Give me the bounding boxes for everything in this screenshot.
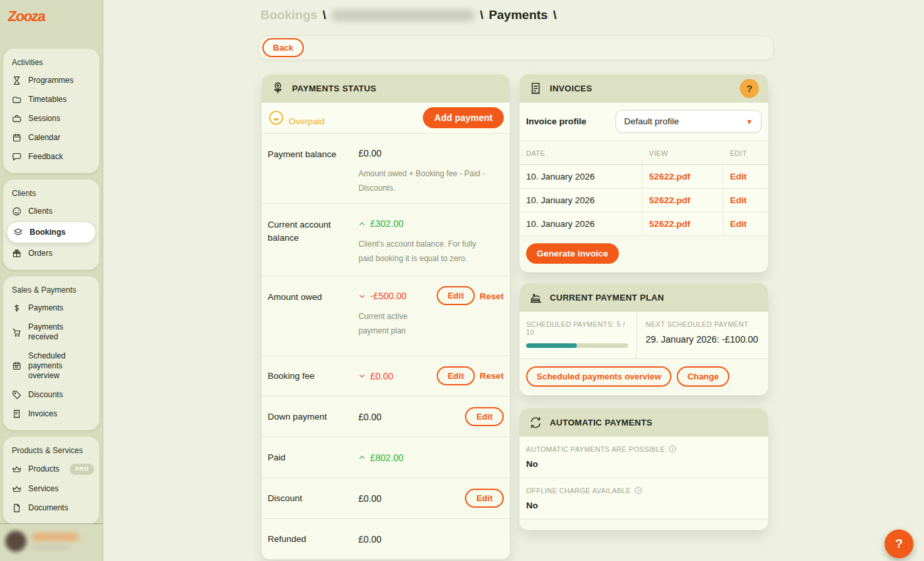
status-badge: Overpaid — [268, 109, 423, 126]
sidebar-item-label: Payments — [28, 303, 94, 313]
reset-booking-fee-link[interactable]: Reset — [479, 371, 504, 381]
briefcase-icon — [12, 114, 22, 124]
sidebar-item-scheduled-payments-overview[interactable]: Scheduled payments overview — [3, 347, 99, 385]
crown-icon — [12, 464, 22, 474]
row-value: £802.00 — [370, 452, 404, 463]
reset-amount-owed-link[interactable]: Reset — [479, 291, 504, 301]
sidebar-item-clients[interactable]: Clients — [3, 202, 99, 221]
sidebar-item-label: Payments received — [28, 322, 94, 342]
row-down-payment: Down payment £0.00 Edit — [262, 397, 510, 437]
tag-icon — [12, 390, 22, 400]
panel-title: CURRENT PAYMENT PLAN — [550, 293, 759, 303]
scheduled-payments-cell: SCHEDULED PAYMENTS: 5 / 10 — [520, 312, 637, 358]
avatar — [5, 531, 26, 552]
sidebar-item-bookings[interactable]: Bookings — [7, 222, 95, 243]
sidebar-item-products[interactable]: Products PRO — [3, 459, 99, 479]
breadcrumb: Bookings \ \ Payments \ — [260, 8, 556, 22]
file-icon — [12, 503, 22, 513]
row-label: Booking fee — [268, 356, 358, 396]
info-icon[interactable] — [668, 445, 677, 453]
trend-down-icon — [358, 372, 366, 379]
sidebar-item-timetables[interactable]: Timetables — [3, 90, 99, 109]
column-header-edit: EDIT — [723, 141, 768, 165]
cycle-icon — [529, 416, 543, 429]
sidebar-item-programmes[interactable]: Programmes — [3, 71, 99, 90]
crown-icon — [12, 484, 22, 494]
invoice-edit-link[interactable]: Edit — [730, 172, 747, 182]
sidebar-item-services[interactable]: Services — [3, 479, 99, 499]
invoices-help-button[interactable]: ? — [740, 79, 759, 98]
generate-invoice-button[interactable]: Generate invoice — [526, 243, 619, 264]
scheduled-payments-label: SCHEDULED PAYMENTS: 5 / 10 — [526, 320, 628, 336]
row-label: Paid — [268, 437, 358, 477]
help-fab-button[interactable]: ? — [885, 529, 913, 558]
invoice-edit-link[interactable]: Edit — [730, 219, 747, 229]
invoice-edit-link[interactable]: Edit — [730, 195, 747, 205]
invoice-date: 10. January 2026 — [520, 189, 643, 212]
user-role-redacted — [32, 545, 70, 550]
app-logo[interactable]: Zooza — [0, 0, 103, 29]
cart-icon — [12, 328, 22, 337]
back-toolbar: Back — [258, 36, 773, 60]
scheduled-payments-overview-button[interactable]: Scheduled payments overview — [526, 366, 671, 387]
sidebar-item-calendar[interactable]: Calendar — [3, 128, 99, 147]
edit-down-payment-button[interactable]: Edit — [465, 407, 504, 426]
row-value: £302.00 — [370, 218, 404, 229]
row-description: Current active payment plan — [358, 309, 432, 338]
breadcrumb-payments: Payments — [489, 8, 548, 22]
sidebar-item-payments-received[interactable]: Payments received — [3, 318, 99, 347]
receipt-icon — [529, 82, 543, 95]
back-button[interactable]: Back — [262, 38, 304, 57]
trend-up-icon — [358, 454, 366, 461]
current-payment-plan-panel: CURRENT PAYMENT PLAN SCHEDULED PAYMENTS:… — [520, 283, 768, 395]
edit-amount-owed-button[interactable]: Edit — [437, 286, 475, 305]
calendar-icon — [12, 361, 22, 371]
sidebar-item-feedback[interactable]: Feedback — [3, 147, 99, 166]
sidebar-item-discounts[interactable]: Discounts — [3, 385, 99, 404]
pro-badge: PRO — [70, 464, 94, 475]
payments-status-panel: PAYMENTS STATUS Overpaid Add payment Pay… — [262, 74, 510, 560]
main-content: Bookings \ \ Payments \ Back PAYMENTS ST… — [103, 0, 924, 561]
sidebar-item-invoices[interactable]: Invoices — [3, 404, 99, 424]
invoices-table: DATE VIEW EDIT 10. January 2026 52622.pd… — [520, 141, 768, 236]
invoice-pdf-link[interactable]: 52622.pdf — [649, 219, 690, 229]
edit-discount-button[interactable]: Edit — [465, 489, 504, 508]
sidebar-item-label: Timetables — [28, 95, 94, 105]
nav-group-title: Sales & Payments — [3, 281, 99, 299]
automatic-payments-possible-label: AUTOMATIC PAYMENTS ARE POSSIBLE — [526, 445, 665, 453]
automatic-payments-header: AUTOMATIC PAYMENTS — [520, 408, 768, 437]
trend-down-icon — [358, 293, 366, 300]
sidebar-item-label: Services — [28, 484, 94, 494]
payment-plan-header: CURRENT PAYMENT PLAN — [520, 283, 768, 312]
layers-icon — [13, 228, 23, 237]
user-account[interactable] — [0, 524, 103, 561]
sidebar-item-payments[interactable]: Payments — [3, 299, 99, 318]
invoice-pdf-link[interactable]: 52622.pdf — [649, 172, 690, 182]
edit-booking-fee-button[interactable]: Edit — [437, 366, 475, 385]
offline-charge-available-value: No — [526, 500, 762, 510]
offline-charge-available-label: OFFLINE CHARGE AVAILABLE — [526, 487, 631, 495]
progress-fill — [526, 343, 577, 348]
sidebar-item-sessions[interactable]: Sessions — [3, 109, 99, 128]
sidebar-item-orders[interactable]: Orders — [3, 244, 99, 263]
sidebar-item-label: Documents — [28, 503, 94, 513]
sidebar-item-documents[interactable]: Documents — [3, 499, 99, 518]
row-description: Amount owed + Booking fee - Paid - Disco… — [358, 166, 487, 195]
automatic-payments-panel: AUTOMATIC PAYMENTS AUTOMATIC PAYMENTS AR… — [520, 408, 768, 530]
next-payment-label: NEXT SCHEDULED PAYMENT — [646, 320, 760, 328]
breadcrumb-bookings[interactable]: Bookings — [260, 8, 318, 22]
add-payment-button[interactable]: Add payment — [423, 107, 504, 128]
sidebar-item-label: Clients — [28, 207, 94, 216]
invoice-pdf-link[interactable]: 52622.pdf — [649, 195, 690, 205]
row-paid: Paid £802.00 — [262, 437, 510, 478]
breadcrumb-booking-name-redacted[interactable] — [331, 10, 475, 21]
row-label: Payment balance — [268, 134, 358, 203]
change-plan-button[interactable]: Change — [677, 366, 729, 387]
invoice-profile-select[interactable]: Default profile ▼ — [616, 110, 762, 133]
sidebar-nav: Activities Programmes Timetables Session… — [0, 29, 103, 524]
receipt-icon — [12, 409, 22, 419]
sidebar-item-label: Scheduled payments overview — [28, 351, 94, 381]
info-icon[interactable] — [634, 486, 643, 495]
row-discount: Discount £0.00 Edit — [262, 478, 510, 519]
nav-group-products-services: Products & Services Products PRO Service… — [3, 437, 99, 524]
